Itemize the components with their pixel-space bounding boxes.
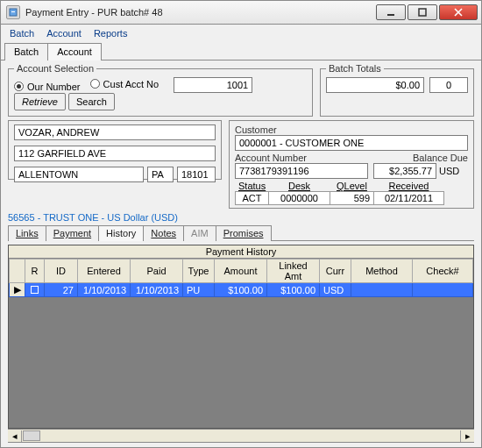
trust-line: 56565 - TRUST ONE - US Dollar (USD) bbox=[1, 210, 481, 224]
address-street[interactable] bbox=[14, 146, 216, 161]
col-checkno[interactable]: Check# bbox=[413, 260, 473, 283]
col-r[interactable]: R bbox=[25, 260, 45, 283]
batch-total-count: 0 bbox=[429, 77, 468, 93]
table-row[interactable]: ▶ 27 1/10/2013 1/10/2013 PU $100.00 $100… bbox=[10, 283, 473, 297]
address-city[interactable] bbox=[14, 167, 144, 182]
address-name[interactable] bbox=[14, 124, 216, 140]
cell-paid: 1/10/2013 bbox=[131, 283, 183, 297]
tab-notes[interactable]: Notes bbox=[143, 225, 184, 241]
account-selection-legend: Account Selection bbox=[14, 63, 96, 74]
status-value: ACT bbox=[235, 191, 269, 205]
col-paid[interactable]: Paid bbox=[131, 260, 183, 283]
label-account-number: Account Number bbox=[235, 153, 368, 163]
received-value: 02/11/2011 bbox=[373, 191, 444, 205]
close-button[interactable] bbox=[439, 4, 478, 20]
menu-bar: Batch Account Reports bbox=[1, 25, 481, 42]
account-number-field[interactable] bbox=[235, 163, 368, 179]
batch-totals-legend: Batch Totals bbox=[326, 63, 384, 74]
cell-type: PU bbox=[183, 283, 215, 297]
search-button[interactable]: Search bbox=[68, 93, 115, 110]
radio-our-number[interactable]: Our Number bbox=[14, 82, 81, 92]
customer-field[interactable] bbox=[235, 135, 468, 151]
cell-amount: $100.00 bbox=[215, 283, 267, 297]
window-title: Payment Entry - PUR batch# 48 bbox=[25, 7, 374, 18]
scroll-thumb[interactable] bbox=[23, 430, 40, 441]
label-customer: Customer bbox=[235, 124, 468, 135]
tab-aim[interactable]: AIM bbox=[183, 225, 216, 241]
col-type[interactable]: Type bbox=[183, 260, 215, 283]
cell-id: 27 bbox=[45, 283, 78, 297]
tab-promises[interactable]: Promises bbox=[216, 225, 272, 241]
menu-batch[interactable]: Batch bbox=[10, 28, 34, 39]
col-linked-amt[interactable]: Linked Amt bbox=[267, 260, 320, 283]
svg-rect-3 bbox=[419, 9, 426, 16]
minimize-button[interactable] bbox=[376, 4, 406, 20]
currency-label: USD bbox=[439, 166, 459, 176]
menu-account[interactable]: Account bbox=[46, 28, 82, 39]
customer-box: Customer Account Number Balance Due $2,3… bbox=[229, 120, 474, 209]
address-zip[interactable] bbox=[177, 167, 216, 182]
cell-checkno bbox=[413, 283, 473, 297]
title-bar: Payment Entry - PUR batch# 48 bbox=[0, 0, 482, 25]
tab-history[interactable]: History bbox=[98, 225, 144, 241]
cell-entered: 1/10/2013 bbox=[78, 283, 131, 297]
row-indicator-icon: ▶ bbox=[10, 283, 25, 297]
grid-header-row: R ID Entered Paid Type Amount Linked Amt… bbox=[10, 260, 473, 283]
svg-rect-2 bbox=[387, 14, 394, 16]
col-entered[interactable]: Entered bbox=[78, 260, 131, 283]
tab-links[interactable]: Links bbox=[8, 225, 46, 241]
footer-bar: Select Item to Reverse and click 'Revers… bbox=[1, 443, 481, 448]
cell-r bbox=[25, 283, 45, 297]
maximize-button[interactable] bbox=[408, 4, 437, 20]
batch-totals-group: Batch Totals $0.00 0 bbox=[320, 63, 474, 117]
entry-tabs: Batch Account bbox=[1, 42, 481, 60]
retrieve-button[interactable]: Retrieve bbox=[14, 93, 66, 110]
batch-total-amount: $0.00 bbox=[326, 77, 424, 93]
tab-account[interactable]: Account bbox=[47, 43, 102, 60]
cell-method bbox=[351, 283, 413, 297]
account-detail-tabs: Links Payment History Notes AIM Promises bbox=[1, 224, 481, 240]
address-state[interactable] bbox=[147, 167, 174, 182]
grid-empty-area bbox=[9, 297, 473, 428]
app-icon bbox=[6, 5, 20, 19]
col-method[interactable]: Method bbox=[351, 260, 413, 283]
menu-reports[interactable]: Reports bbox=[94, 28, 128, 39]
reverse-checkbox-icon[interactable] bbox=[31, 286, 39, 294]
grid-title: Payment History bbox=[9, 245, 473, 259]
scroll-right-icon[interactable]: ▸ bbox=[460, 430, 474, 442]
tab-batch[interactable]: Batch bbox=[4, 43, 48, 60]
horizontal-scrollbar[interactable]: ◂ ▸ bbox=[8, 429, 474, 443]
scroll-left-icon[interactable]: ◂ bbox=[8, 430, 22, 442]
desk-value: 0000000 bbox=[268, 191, 330, 205]
col-id[interactable]: ID bbox=[45, 260, 78, 283]
row-selector-header bbox=[10, 260, 25, 283]
account-selection-group: Account Selection Our Number Cust Acct N… bbox=[8, 63, 313, 117]
account-search-input[interactable] bbox=[174, 77, 252, 93]
radio-our-number-label: Our Number bbox=[27, 82, 81, 92]
cell-curr: USD bbox=[320, 283, 351, 297]
balance-due: $2,355.77 bbox=[373, 163, 436, 179]
col-amount[interactable]: Amount bbox=[215, 260, 267, 283]
radio-cust-acct-no-label: Cust Acct No bbox=[103, 79, 159, 89]
radio-cust-acct-no[interactable]: Cust Acct No bbox=[90, 79, 159, 89]
cell-linked-amt: $100.00 bbox=[267, 283, 320, 297]
tab-payment[interactable]: Payment bbox=[46, 225, 99, 241]
col-curr[interactable]: Curr bbox=[320, 260, 351, 283]
qlevel-value: 599 bbox=[330, 191, 374, 205]
label-balance-due: Balance Due bbox=[373, 153, 468, 163]
payment-history-grid: Payment History R ID Entered Paid Type A… bbox=[8, 245, 474, 429]
address-box bbox=[8, 120, 222, 180]
svg-rect-1 bbox=[11, 11, 15, 12]
